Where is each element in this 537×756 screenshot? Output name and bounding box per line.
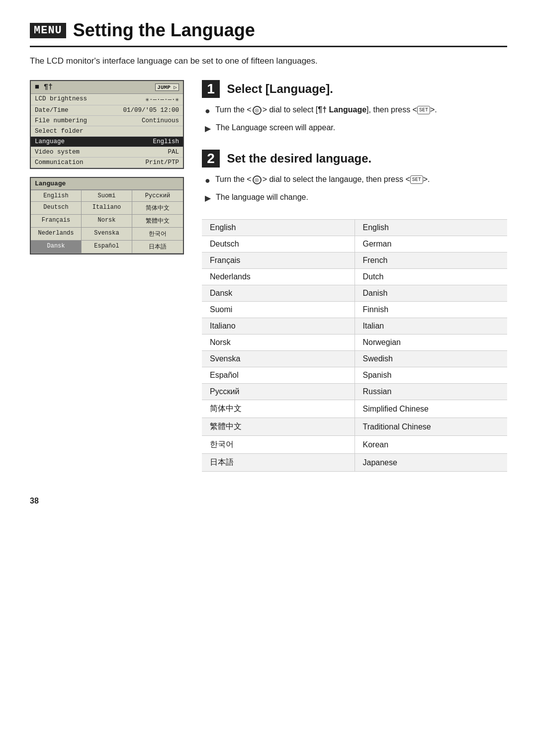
lang-english: Finnish: [355, 302, 507, 318]
lang-table-row: Italiano Italian: [202, 318, 507, 335]
step-2-header: 2 Set the desired language.: [202, 150, 507, 168]
lang-native: Nederlands: [202, 269, 355, 285]
step-1-section: 1 Select [Language]. ● Turn the <◎> dial…: [202, 80, 507, 135]
page-number: 38: [30, 497, 507, 505]
set-icon-2: SET: [410, 175, 423, 184]
lang-table-row: Dansk Danish: [202, 285, 507, 302]
lcd-row: Date/Time 01/09/'05 12:00: [31, 105, 183, 116]
lang-native: Deutsch: [202, 236, 355, 252]
step-1-number: 1: [202, 80, 220, 98]
lang-cell-norsk: Norsk: [82, 215, 132, 228]
lang-table-row: 简体中文 Simplified Chinese: [202, 400, 507, 418]
lang-cell-italiano: Italiano: [82, 202, 132, 215]
step-2-arrow-1: ▶ The language will change.: [205, 191, 507, 204]
step-1-instructions: ● Turn the <◎> dial to select [¶† Langua…: [205, 104, 507, 135]
step-2-instruction-text-2: The language will change.: [216, 191, 308, 203]
step-2-instructions: ● Turn the <◎> dial to select the langau…: [205, 173, 507, 204]
step-1-arrow-1: ▶ The Language screen will appear.: [205, 122, 507, 135]
lcd-row-language: Language English: [31, 137, 183, 147]
lcd-menu-icon: ■ ¶†: [35, 83, 53, 91]
lang-table-row: Suomi Finnish: [202, 302, 507, 318]
step-1-instruction-text-2: The Language screen will appear.: [216, 122, 335, 134]
lang-native: English: [202, 220, 355, 236]
lang-english: French: [355, 252, 507, 269]
right-panel: 1 Select [Language]. ● Turn the <◎> dial…: [202, 80, 507, 472]
arrow-icon: ▶: [205, 123, 211, 135]
lang-native: Русский: [202, 384, 355, 400]
step-1-header: 1 Select [Language].: [202, 80, 507, 98]
lang-native: Suomi: [202, 302, 355, 318]
lang-cell-espanol: Español: [82, 241, 132, 253]
lang-cell-francais: Français: [31, 215, 82, 228]
lang-table-row: Svenska Swedish: [202, 351, 507, 367]
step-2-number: 2: [202, 150, 220, 168]
lang-english: Simplified Chinese: [355, 400, 507, 418]
lang-cell-simplified-chinese: 简体中文: [132, 202, 183, 215]
lang-table-row: Nederlands Dutch: [202, 269, 507, 285]
arrow-icon-2: ▶: [205, 192, 211, 204]
lang-native: 한국어: [202, 436, 355, 454]
lang-cell-japanese: 日本語: [132, 241, 183, 253]
lang-table-row: Deutsch German: [202, 236, 507, 252]
lang-cell-russian: Русский: [132, 190, 183, 202]
lang-english: Russian: [355, 384, 507, 400]
step-1-bullet-1: ● Turn the <◎> dial to select [¶† Langua…: [205, 104, 507, 118]
lang-native: Italiano: [202, 318, 355, 335]
lang-native: Dansk: [202, 285, 355, 302]
language-reference-table: English English Deutsch German Français …: [202, 219, 507, 472]
lang-native: 日本語: [202, 454, 355, 472]
lang-cell-dansk: Dansk: [31, 241, 82, 253]
lcd-jump-label: JUMP ▷: [155, 84, 179, 91]
lang-table-row: Français French: [202, 252, 507, 269]
lang-cell-korean: 한국어: [132, 228, 183, 241]
lang-english: German: [355, 236, 507, 252]
page-title: Setting the Language: [73, 20, 255, 41]
subtitle: The LCD monitor's interface language can…: [30, 56, 507, 66]
lcd-row: Select folder: [31, 126, 183, 137]
language-grid: English Suomi Русский Deutsch Italiano 简…: [31, 190, 183, 253]
lang-native: Norsk: [202, 335, 355, 351]
lang-english: Italian: [355, 318, 507, 335]
lang-native: 简体中文: [202, 400, 355, 418]
lang-english: Swedish: [355, 351, 507, 367]
lang-native: 繁體中文: [202, 418, 355, 436]
lang-cell-svenska: Svenska: [82, 228, 132, 241]
step-1-heading: Select [Language].: [227, 82, 333, 95]
step-1-instruction-text-1: Turn the <◎> dial to select [¶† Language…: [215, 104, 437, 116]
step-2-bullet-1: ● Turn the <◎> dial to select the langau…: [205, 173, 507, 187]
lang-native: Español: [202, 367, 355, 384]
lcd-row: LCD brightness ✳·—·—·—·✳: [31, 94, 183, 105]
lcd-header: ■ ¶† JUMP ▷: [31, 81, 183, 94]
lang-native: Svenska: [202, 351, 355, 367]
lang-english: Traditional Chinese: [355, 418, 507, 436]
dial-icon: ◎: [253, 106, 262, 115]
left-panel: ■ ¶† JUMP ▷ LCD brightness ✳·—·—·—·✳ Dat…: [30, 80, 184, 254]
lang-english: English: [355, 220, 507, 236]
lang-cell-nederlands: Nederlands: [31, 228, 82, 241]
main-content: ■ ¶† JUMP ▷ LCD brightness ✳·—·—·—·✳ Dat…: [30, 80, 507, 472]
step-2-instruction-text-1: Turn the <◎> dial to select the langauge…: [215, 173, 430, 185]
lang-cell-traditional-chinese: 繁體中文: [132, 215, 183, 228]
lcd-row: Video system PAL: [31, 147, 183, 158]
lang-table-row: 日本語 Japanese: [202, 454, 507, 472]
lcd-row: Communication Print/PTP: [31, 158, 183, 168]
menu-badge: MENU: [30, 23, 66, 38]
page-header: MENU Setting the Language: [30, 20, 507, 47]
set-icon: SET: [417, 106, 430, 114]
lang-cell-deutsch: Deutsch: [31, 202, 82, 215]
bullet-icon-2: ●: [205, 174, 210, 187]
bullet-icon: ●: [205, 104, 210, 118]
step-2-section: 2 Set the desired language. ● Turn the <…: [202, 150, 507, 204]
language-grid-header: Language: [31, 178, 183, 190]
lang-cell-english: English: [31, 190, 82, 202]
step-2-heading: Set the desired language.: [227, 152, 371, 165]
lang-table-row: Español Spanish: [202, 367, 507, 384]
lang-english: Danish: [355, 285, 507, 302]
lang-english: Spanish: [355, 367, 507, 384]
lang-english: Dutch: [355, 269, 507, 285]
lcd-row: File numbering Continuous: [31, 116, 183, 126]
lang-table-row: English English: [202, 220, 507, 236]
lcd-screen: ■ ¶† JUMP ▷ LCD brightness ✳·—·—·—·✳ Dat…: [30, 80, 184, 169]
lang-table-row: 繁體中文 Traditional Chinese: [202, 418, 507, 436]
lang-cell-suomi: Suomi: [82, 190, 132, 202]
